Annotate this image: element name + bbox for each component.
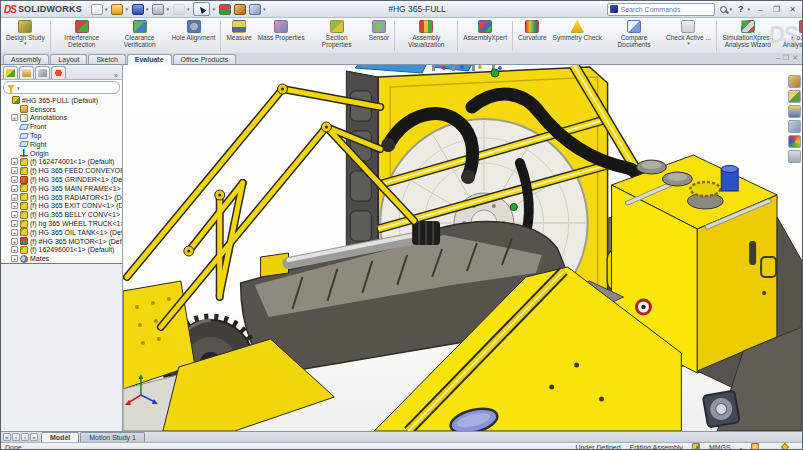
tab-assembly[interactable]: Assembly — [3, 54, 49, 64]
model-canvas[interactable] — [123, 65, 802, 431]
doc-restore-button[interactable]: ❐ — [783, 54, 789, 62]
dropdown-arrow-icon[interactable]: ▾ — [17, 85, 20, 91]
view-palette-icon[interactable] — [788, 120, 801, 133]
expand-icon[interactable]: + — [11, 167, 18, 174]
ribbon-button-measure[interactable]: Measure — [223, 19, 254, 53]
ribbon-button-sensor[interactable]: Sensor — [366, 19, 393, 53]
expand-icon[interactable]: + — [11, 185, 18, 192]
ribbon-button-mass-properties[interactable]: Mass Properties — [255, 19, 308, 53]
scene-icon[interactable] — [249, 4, 261, 15]
expand-icon[interactable]: + — [11, 246, 18, 253]
tree-item-f-hg-365-main-frame-1-default[interactable]: +(f) HG 365 MAIN FRAME<1> (Default) — [3, 184, 122, 193]
tree-item-f-hg-365-wheel-truck-1-default[interactable]: +(f) hg 365 WHEEL TRUCK<1> (Default) — [3, 219, 122, 228]
ribbon-button-assembly-visualization[interactable]: Assembly Visualization — [397, 19, 455, 53]
tree-item-f-hg-365-grinder-1-default[interactable]: +(f) HG 365 GRINDER<1> (Default) — [3, 175, 122, 184]
tree-item-sensors[interactable]: Sensors — [3, 105, 122, 114]
tab-nav-icon[interactable]: › — [21, 433, 29, 441]
expand-icon[interactable]: + — [11, 220, 18, 227]
tab-propertymanager[interactable] — [19, 66, 34, 79]
expand-icon[interactable]: + — [11, 176, 18, 183]
new-document-icon[interactable] — [91, 4, 103, 15]
search-input[interactable] — [620, 6, 712, 13]
dropdown-arrow-icon[interactable]: ▾ — [166, 6, 169, 12]
ribbon-button-check-active[interactable]: Check Active ...▾ — [663, 19, 714, 53]
tree-item-front[interactable]: Front — [3, 122, 122, 131]
tab-featuremanager[interactable] — [3, 66, 18, 79]
ribbon-button-design-study[interactable]: Design Study▾ — [3, 19, 48, 53]
ribbon-button-interference-detection[interactable]: Interference Detection — [53, 19, 111, 53]
close-button[interactable]: ✕ — [786, 5, 799, 14]
ribbon-button-curvature[interactable]: Curvature — [515, 19, 550, 53]
search-scope-icon[interactable] — [610, 5, 618, 13]
ribbon-button-symmetry-check[interactable]: Symmetry Check — [550, 19, 605, 53]
quick-tips-icon[interactable] — [751, 443, 759, 450]
appearances-icon[interactable] — [788, 135, 801, 148]
expand-icon[interactable]: + — [11, 229, 18, 236]
tree-item-mates[interactable]: +Mates — [3, 254, 122, 263]
ribbon-button-hole-alignment[interactable]: Hole Alignment — [169, 19, 219, 53]
tree-item-f-hg-365-oil-tank-1-default[interactable]: +(f) HG 365 OIL TANK<1> (Default) — [3, 228, 122, 237]
unit-system-suffix[interactable]: - — [740, 444, 742, 450]
print-icon[interactable] — [152, 4, 164, 15]
restore-button[interactable]: ❐ — [770, 5, 783, 14]
tree-item-f-hg-365-motor-1-default[interactable]: +(f) #HG 365 MOTOR<1> (Default) — [3, 237, 122, 246]
open-icon[interactable] — [111, 4, 123, 15]
dropdown-arrow-icon[interactable]: ▾ — [263, 6, 266, 12]
unit-system[interactable]: MMGS — [709, 444, 731, 450]
tree-item-f-hg-365-belly-conv-1-default[interactable]: +(f) HG 365 BELLY CONV<1> (Default) — [3, 210, 122, 219]
study-tab-model[interactable]: Model — [41, 432, 79, 442]
expand-icon[interactable]: + — [11, 255, 18, 262]
tag-icon[interactable] — [781, 443, 789, 450]
ribbon-button-compare-documents[interactable]: Compare Documents — [605, 19, 663, 53]
tab-nav-icon[interactable]: ‹ — [12, 433, 20, 441]
graphics-viewport[interactable] — [123, 65, 802, 431]
search-icon[interactable] — [720, 6, 727, 13]
doc-minimize-button[interactable]: – — [776, 54, 780, 62]
undo-icon[interactable] — [173, 4, 185, 15]
expand-icon[interactable]: + — [11, 194, 18, 201]
tab-dimxpertmanager[interactable] — [51, 66, 66, 79]
expand-icon[interactable]: + — [11, 202, 18, 209]
search-commands-box[interactable] — [607, 3, 715, 16]
expand-icon[interactable]: + — [11, 158, 18, 165]
tab-layout[interactable]: Layout — [50, 54, 87, 64]
doc-close-button[interactable]: ✕ — [792, 54, 798, 62]
custom-properties-icon[interactable] — [788, 150, 801, 163]
tree-item-f-hg-365-radiator-1-default[interactable]: +(f) HG 365 RADIATOR<1> (Default) — [3, 193, 122, 202]
panel-overflow-chevron[interactable]: » — [114, 72, 120, 79]
tree-item-f-162496001-1-default[interactable]: +(f) 162496001<1> (Default) — [3, 246, 122, 255]
appearance-icon[interactable] — [234, 4, 246, 15]
dropdown-arrow-icon[interactable]: ▾ — [105, 6, 108, 12]
tab-office-products[interactable]: Office Products — [173, 54, 237, 64]
study-tab-motion-study-1[interactable]: Motion Study 1 — [80, 432, 145, 442]
rebuild-icon[interactable] — [219, 4, 231, 15]
tab-nav-icon[interactable]: » — [30, 433, 38, 441]
file-explorer-icon[interactable] — [788, 105, 801, 118]
expand-icon[interactable]: + — [11, 211, 18, 218]
dropdown-arrow-icon[interactable]: ▾ — [212, 6, 215, 12]
tab-evaluate[interactable]: Evaluate — [127, 54, 172, 65]
dropdown-arrow-icon[interactable]: ▾ — [187, 6, 190, 12]
tree-item-f-162474001-1-default[interactable]: +(f) 162474001<1> (Default) — [3, 158, 122, 167]
expand-icon[interactable]: + — [11, 114, 18, 121]
design-library-icon[interactable] — [788, 90, 801, 103]
expand-icon[interactable]: + — [11, 238, 18, 245]
ribbon-button-section-properties[interactable]: Section Properties — [308, 19, 366, 53]
machine-model[interactable] — [123, 65, 802, 431]
dropdown-arrow-icon[interactable]: ▾ — [146, 6, 149, 12]
ribbon-button-clearance-verification[interactable]: Clearance Verification — [111, 19, 169, 53]
save-icon[interactable] — [132, 4, 144, 15]
dropdown-arrow-icon[interactable]: ▾ — [747, 6, 750, 12]
tree-item-top[interactable]: Top — [3, 131, 122, 140]
select-tool-button[interactable] — [193, 2, 210, 16]
tree-item-f-hg-365-exit-conv-1-default[interactable]: +(f) HG 365 EXIT CONV<1> (Default) — [3, 202, 122, 211]
ribbon-button-assemblyxpert[interactable]: AssemblyXpert — [460, 19, 510, 53]
tree-item-origin[interactable]: Origin — [3, 149, 122, 158]
tree-item-right[interactable]: Right — [3, 140, 122, 149]
tree-filter-bar[interactable]: ▾ — [3, 81, 120, 94]
tree-item-annotations[interactable]: +Annotations — [3, 114, 122, 123]
dropdown-arrow-icon[interactable]: ▾ — [125, 6, 128, 12]
tree-item-hg-365-full-default[interactable]: #HG 365-FULL (Default) — [3, 96, 122, 105]
resources-icon[interactable] — [788, 75, 801, 88]
tab-nav-icon[interactable]: « — [3, 433, 11, 441]
